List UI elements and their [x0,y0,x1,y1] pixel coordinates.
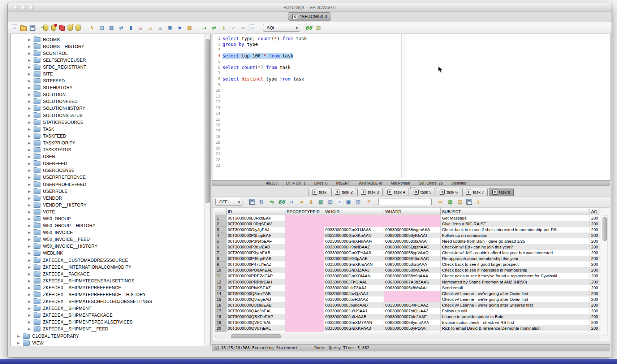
data-cell[interactable]: 200 [590,256,600,261]
null-cell[interactable] [384,296,440,302]
save-changes-icon[interactable] [466,199,472,205]
null-cell[interactable] [285,256,324,261]
disclosure-triangle-icon[interactable]: ▶ [28,38,34,42]
data-cell[interactable]: 006300000058wgmAAA [384,227,440,233]
disclosure-triangle-icon[interactable]: ▶ [28,203,34,207]
data-cell[interactable]: Check back in to see if she's interested… [440,227,590,233]
sidebar-item-user[interactable]: ▶USER [11,153,204,160]
data-cell[interactable]: 200 [590,279,600,285]
disclosure-triangle-icon[interactable]: ▶ [28,79,34,83]
data-cell[interactable]: 00T3000000PRR8rEAH [226,279,285,285]
result-tab-task-7[interactable]: xtask 7 [462,188,488,196]
data-cell[interactable]: 200 [590,296,600,302]
row-number-cell[interactable]: 13 [215,285,226,291]
null-cell[interactable] [285,267,324,273]
edit-table-data-icon[interactable]: ▦ [108,24,115,31]
reload-grid-icon[interactable]: ▦ [317,199,324,205]
sidebar-item-rooms[interactable]: ▶ROOMS [11,36,204,43]
data-cell[interactable]: 00T3000000P3N4pEAF [226,238,285,244]
data-cell[interactable]: 006300000058xw5AAA [384,267,440,273]
highlight-pen-icon[interactable]: ↗ [365,199,372,205]
sql-editor[interactable]: 1select type, count(*) from task2group b… [212,34,611,181]
sidebar-item-global-temporary[interactable]: ▶GLOBAL TEMPORARY [11,333,204,339]
sidebar-item-sitehistory[interactable]: ▶SITEHISTORY [11,84,204,91]
data-cell[interactable]: 00T3000000Q8rugEAB [226,296,285,302]
data-cell[interactable]: 0033000000GmXKmAAN [324,261,384,267]
data-cell[interactable]: 00T3000000PREZaEAP [226,273,285,279]
sidebar-item-zkfedex-shipmatescheduledjobssettings[interactable]: ▶ZKFEDEX__SHIPMATESCHEDULEDJOBSSETTINGS [11,298,204,305]
copy-rows-icon[interactable]: ▣ [345,199,352,205]
null-cell[interactable] [384,215,440,221]
disclosure-triangle-icon[interactable]: ▶ [28,100,34,103]
disclosure-triangle-icon[interactable]: ▶ [28,169,34,172]
sidebar-item-sfdc-registrant[interactable]: ▶SFDC_REGISTRANT [11,64,204,70]
disclosure-triangle-icon[interactable]: ▶ [28,65,34,69]
null-cell[interactable] [285,215,324,221]
data-cell[interactable]: 200 [590,244,600,250]
data-cell[interactable]: 200 [590,302,600,308]
find-next-icon[interactable]: ⇨ [437,199,444,205]
zoom-window-button[interactable] [29,5,34,10]
data-cell[interactable]: 0033000000GmXOiAAN [324,273,384,279]
data-cell[interactable]: 0033000000GmXKPAA3 [324,325,384,331]
data-cell[interactable]: 00T3000000QBXPeEAP [226,314,285,320]
commit-icon[interactable]: ✓ [230,24,237,31]
copy-with-headers-icon[interactable]: ▥ [355,199,362,205]
close-tab-icon[interactable]: x [466,190,471,195]
data-cell[interactable]: 200 [590,285,600,291]
disclosure-triangle-icon[interactable]: ▶ [28,244,34,248]
sidebar-item-view[interactable]: ▶VIEW [11,339,204,346]
data-cell[interactable]: Check-in w/ Jeff - couldn't afford last … [440,250,590,256]
row-number-cell[interactable]: 5 [215,238,226,244]
results-hscrollbar-thumb[interactable] [231,334,281,338]
sidebar-item-zkfedex-shipment[interactable]: ▶ZKFEDEX__SHIPMENT [11,305,204,312]
copy-objects-icon[interactable] [59,25,65,30]
data-cell[interactable]: Check-in w/ Ed - can he join this year? [440,244,590,250]
data-cell[interactable]: 00T3000000P47LYEAZ [226,261,285,267]
describe-table-icon[interactable]: ▤ [98,24,105,31]
column-header-AC[interactable]: AC [590,208,600,215]
null-cell[interactable] [285,325,324,331]
data-cell[interactable]: 00T3000000POeAnEAL [226,267,285,273]
disclosure-triangle-icon[interactable]: ▶ [28,107,34,110]
disclosure-triangle-icon[interactable]: ▶ [28,127,34,131]
execute-sql-icon[interactable]: ϟ [89,24,95,31]
null-cell[interactable] [324,221,384,227]
compare-document-icon[interactable] [250,25,255,31]
fetch-more-icon[interactable]: ↓ [220,24,227,31]
minimize-window-button[interactable] [21,5,26,10]
update-cell-icon[interactable]: ▦ [447,199,454,205]
data-cell[interactable]: Give Jenn a BIG RAISE [440,221,590,227]
create-db-object-icon[interactable] [68,25,73,31]
sidebar-item-vote[interactable]: ▶VOTE [11,208,204,215]
column-header-WHOID[interactable]: WHOID [324,208,384,215]
sidebar-item-vendor-history[interactable]: ▶VENDOR__HISTORY [11,202,204,208]
sidebar-item-taskfeed[interactable]: ▶TASKFEED [11,133,204,139]
data-cell[interactable]: 0033000000GmXKnAAN [324,233,384,238]
disclosure-triangle-icon[interactable]: ▶ [28,251,34,255]
data-cell[interactable]: 00630000005S0bnAAC [384,256,440,261]
execute-query-icon[interactable]: → [201,24,208,31]
data-cell[interactable]: Check back to see if good target prospec… [440,261,590,267]
disclosure-triangle-icon[interactable]: ▶ [28,224,34,228]
data-cell[interactable]: 00T3000000Q8rexEAB [226,291,285,296]
data-cell[interactable]: Invoice status check - check w/ RS first [440,320,590,325]
sidebar-item-zkfedex-shipmatepreference[interactable]: ▶ZKFEDEX__SHIPMATEPREFERENCE [11,284,204,291]
data-cell[interactable]: 200 [590,308,600,314]
column-header-SUBJECT[interactable]: SUBJECT [440,208,590,215]
sidebar-item-zkfedex-customaddresssource[interactable]: ▶ZKFEDEX__CUSTOMADDRESSSOURCE [11,257,204,264]
row-number-cell[interactable]: 3 [215,227,226,233]
data-cell[interactable]: 200 [590,267,600,273]
data-cell[interactable]: 006300000058x9qAAA [384,273,440,279]
sidebar-item-taskpriority[interactable]: ▶TASKPRIORITY [11,139,204,146]
sidebar-item-userfeed[interactable]: ▶USERFEED [11,160,204,167]
disclosure-triangle-icon[interactable]: ▶ [28,217,34,221]
data-cell[interactable]: 00630000005xfWaAAI [384,285,440,291]
sidebar-item-w50-group[interactable]: ▶W50_GROUP [11,215,204,222]
close-tab-icon[interactable]: x [312,190,317,195]
import-results-icon[interactable]: ≡ [157,24,164,31]
result-tab-task-6[interactable]: xtask 6 [436,188,461,196]
disclosure-triangle-icon[interactable]: ▶ [28,148,34,152]
row-number-cell[interactable]: 10 [215,267,226,273]
null-cell[interactable] [285,320,324,325]
